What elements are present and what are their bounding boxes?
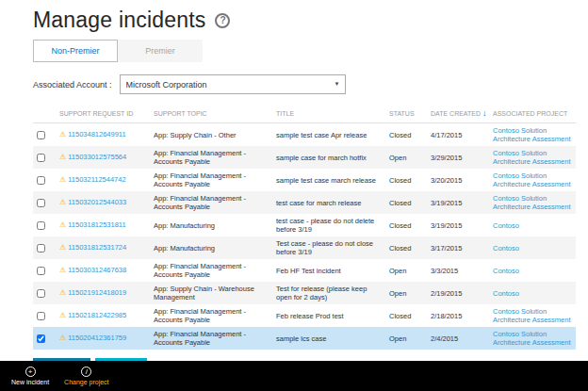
- associated-project-link[interactable]: Contoso: [493, 289, 519, 298]
- date-created-cell: 2/18/2015: [427, 304, 489, 327]
- row-checkbox[interactable]: [37, 289, 45, 298]
- associated-account-filter: Associated Account : Microsoft Corporati…: [33, 74, 575, 94]
- support-topic-cell: App: Financial Management - Accounts Pay…: [150, 327, 272, 350]
- plus-icon: +: [25, 367, 36, 377]
- column-header-date-created-label: DATE CREATED: [431, 110, 481, 117]
- title-cell: Feb release Prod test: [272, 304, 385, 327]
- row-checkbox[interactable]: [37, 244, 45, 253]
- title-cell: Feb HF Test incident: [272, 259, 385, 282]
- associated-project-link[interactable]: Contoso Solution Architecture Assessment: [493, 307, 571, 324]
- warning-icon: ⚠: [59, 266, 66, 274]
- column-header-status[interactable]: STATUS: [385, 104, 427, 123]
- new-incident-label: New incident: [11, 379, 49, 385]
- support-topic-cell: App: Financial Management - Accounts Pay…: [150, 169, 272, 191]
- table-row: ⚠115021812422985 App: Financial Manageme…: [33, 304, 576, 327]
- table-row: ⚠115033012575564 App: Financial Manageme…: [33, 146, 576, 169]
- change-project-button[interactable]: / Change project: [64, 367, 108, 385]
- change-project-label: Change project: [64, 379, 108, 385]
- status-cell: Open: [385, 146, 427, 169]
- row-checkbox[interactable]: [37, 199, 45, 207]
- date-created-cell: 3/3/2015: [427, 259, 489, 282]
- table-row: ⚠115031812531811 App: Manufacturing test…: [33, 214, 576, 236]
- support-request-id-link[interactable]: 115032012544033: [68, 198, 126, 206]
- date-created-cell: 3/29/2015: [427, 146, 489, 169]
- support-request-id-link[interactable]: 115030312467638: [68, 266, 126, 274]
- table-row: ⚠115020412361759 App: Financial Manageme…: [33, 327, 576, 350]
- status-cell: Closed: [385, 123, 427, 147]
- tab-non-premier[interactable]: Non-Premier: [33, 40, 118, 62]
- title-cell: sample test case Apr release: [272, 123, 385, 147]
- table-row: ⚠115032112544742 App: Financial Manageme…: [33, 169, 576, 191]
- table-row: ⚠115031812531724 App: Manufacturing Test…: [33, 236, 576, 259]
- status-cell: Closed: [385, 191, 427, 214]
- row-checkbox[interactable]: [37, 176, 45, 185]
- title-cell: Test for release (please keep open for 2…: [272, 282, 385, 304]
- support-topic-cell: App: Financial Management - Accounts Pay…: [150, 259, 272, 282]
- warning-icon: ⚠: [59, 288, 66, 297]
- row-checkbox[interactable]: [37, 267, 45, 275]
- support-request-id-link[interactable]: 115021812422985: [68, 311, 126, 319]
- associated-account-select[interactable]: Microsoft Corporation: [120, 74, 346, 94]
- title-cell: sample lcs case: [272, 327, 385, 350]
- support-request-id-link[interactable]: 115021912418019: [68, 288, 126, 297]
- support-topic-cell: App: Financial Management - Accounts Pay…: [150, 191, 272, 214]
- status-cell: Open: [385, 282, 427, 304]
- date-created-cell: 3/19/2015: [427, 214, 489, 236]
- associated-project-link[interactable]: Contoso: [493, 221, 519, 230]
- support-request-id-link[interactable]: 115033012575564: [68, 153, 126, 161]
- status-cell: Closed: [385, 214, 427, 236]
- help-icon[interactable]: ?: [215, 13, 230, 28]
- row-checkbox[interactable]: [37, 334, 45, 343]
- sort-descending-icon: ↓: [482, 108, 487, 118]
- row-checkbox[interactable]: [37, 154, 45, 162]
- warning-icon: ⚠: [59, 198, 66, 206]
- new-incident-button[interactable]: + New incident: [11, 367, 49, 385]
- title-cell: sample test case march release: [272, 169, 385, 191]
- tab-premier[interactable]: Premier: [118, 40, 203, 62]
- row-checkbox[interactable]: [37, 131, 45, 139]
- date-created-cell: 3/19/2015: [427, 191, 489, 214]
- title-cell: sample case for march hotfix: [272, 146, 385, 169]
- support-topic-cell: App: Supply Chain - Warehouse Management: [150, 282, 272, 304]
- date-created-cell: 3/17/2015: [427, 236, 489, 259]
- table-header-row: SUPPORT REQUEST ID SUPPORT TOPIC TITLE S…: [33, 104, 576, 123]
- support-request-id-link[interactable]: 115034812649911: [68, 130, 125, 138]
- row-checkbox[interactable]: [37, 312, 45, 320]
- warning-icon: ⚠: [59, 311, 66, 319]
- associated-project-link[interactable]: Contoso Solution Architecture Assessment: [493, 171, 571, 188]
- page-content: Manage incidents ? Non-Premier Premier A…: [0, 8, 588, 377]
- column-header-support-topic[interactable]: SUPPORT TOPIC: [150, 104, 272, 123]
- column-header-title[interactable]: TITLE: [272, 104, 385, 123]
- support-topic-cell: App: Supply Chain - Other: [150, 123, 272, 147]
- incident-table-body: ⚠115034812649911 App: Supply Chain - Oth…: [33, 123, 576, 350]
- associated-project-link[interactable]: Contoso Solution Architecture Assessment: [493, 194, 571, 211]
- date-created-cell: 2/19/2015: [427, 282, 489, 304]
- support-request-id-link[interactable]: 115020412361759: [68, 334, 126, 342]
- status-cell: Closed: [385, 236, 427, 259]
- date-created-cell: 4/17/2015: [427, 123, 489, 147]
- associated-project-link[interactable]: Contoso: [493, 244, 519, 253]
- table-row: ⚠115030312467638 App: Financial Manageme…: [33, 259, 576, 282]
- date-created-cell: 2/4/2015: [427, 327, 489, 350]
- support-request-id-link[interactable]: 115031812531811: [68, 220, 125, 229]
- status-cell: Open: [385, 327, 427, 350]
- support-request-id-link[interactable]: 115032112544742: [68, 175, 125, 184]
- column-header-checkbox: [33, 104, 56, 123]
- row-checkbox[interactable]: [37, 221, 45, 230]
- column-header-support-request-id[interactable]: SUPPORT REQUEST ID: [56, 104, 150, 123]
- associated-project-link[interactable]: Contoso Solution Architecture Assessment: [493, 126, 571, 143]
- page-header: Manage incidents ?: [33, 8, 575, 33]
- support-request-id-link[interactable]: 115031812531724: [68, 243, 126, 252]
- table-row: ⚠115034812649911 App: Supply Chain - Oth…: [33, 123, 576, 147]
- page-title: Manage incidents: [33, 8, 205, 33]
- incidents-table: SUPPORT REQUEST ID SUPPORT TOPIC TITLE S…: [33, 104, 576, 350]
- column-header-date-created[interactable]: DATE CREATED↓: [427, 104, 489, 123]
- table-row: ⚠115021912418019 App: Supply Chain - War…: [33, 282, 576, 304]
- title-cell: test case - please do not delete before …: [272, 214, 385, 236]
- associated-project-link[interactable]: Contoso Solution Architecture Assessment: [493, 149, 571, 166]
- warning-icon: ⚠: [59, 130, 66, 138]
- associated-project-link[interactable]: Contoso Solution Architecture Assessment: [493, 330, 571, 347]
- associated-project-link[interactable]: Contoso: [493, 267, 519, 275]
- column-header-associated-project[interactable]: ASSOCIATED PROJECT: [489, 104, 576, 123]
- warning-icon: ⚠: [59, 175, 66, 184]
